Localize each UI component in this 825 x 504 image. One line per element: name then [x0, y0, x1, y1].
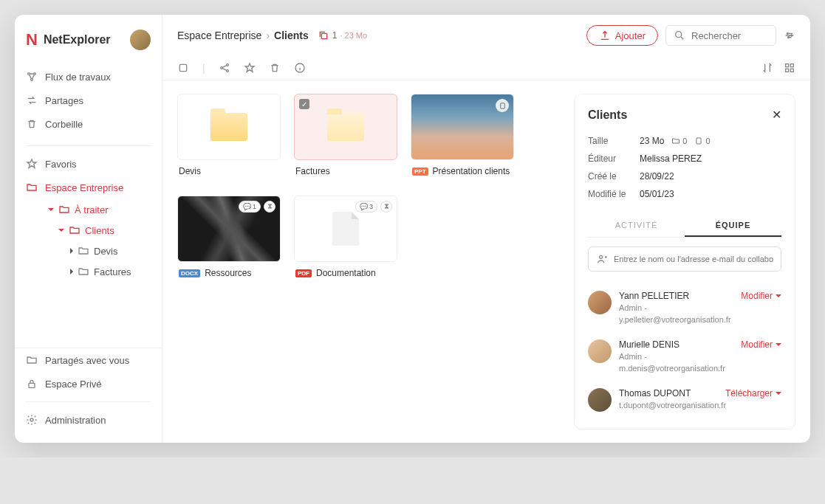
thumbnail: 💬 1 ⧗	[177, 196, 281, 262]
file-tag: PDF	[295, 269, 312, 277]
gear-icon	[26, 414, 38, 426]
team-member: Yann PELLETIER Admin - y.pelletier@votre…	[588, 283, 781, 332]
member-action[interactable]: Modifier	[741, 339, 781, 350]
sort-icon[interactable]	[761, 62, 773, 74]
folder-icon	[78, 245, 89, 257]
share-icon[interactable]	[219, 62, 230, 74]
nav-favorites[interactable]: Favoris	[15, 152, 162, 176]
add-button[interactable]: Ajouter	[586, 25, 658, 46]
search-input[interactable]	[691, 30, 768, 41]
file-card-documentation[interactable]: 💬 3 ⧗ PDF Documentation	[294, 196, 397, 284]
checkbox-checked-icon[interactable]	[299, 99, 309, 109]
nav-workflow[interactable]: Flux de travaux	[15, 65, 162, 89]
svg-point-6	[676, 32, 682, 38]
nav-private-space[interactable]: Espace Privé	[15, 372, 162, 396]
chevron-right-icon: ›	[266, 30, 270, 41]
svg-point-4	[30, 418, 33, 421]
svg-point-0	[28, 73, 30, 75]
caret-icon	[70, 248, 73, 254]
nav-administration[interactable]: Administration	[15, 408, 162, 432]
nav-trash[interactable]: Corbeille	[15, 112, 162, 136]
meta-modified: Modifié le 05/01/23	[588, 185, 781, 203]
badge-group: 💬 1 ⧗	[239, 201, 275, 213]
member-info: Murielle DENIS Admin - m.denis@votreorga…	[619, 339, 733, 373]
copy-icon	[318, 30, 329, 41]
team-member: Murielle DENIS Admin - m.denis@votreorga…	[588, 332, 781, 381]
folder-card-devis[interactable]: Devis	[177, 94, 281, 182]
filter-icon[interactable]	[784, 30, 795, 41]
thumbnail	[411, 94, 514, 160]
close-icon[interactable]: ✕	[772, 108, 781, 122]
tree-clients[interactable]: Clients	[26, 220, 162, 241]
svg-point-11	[220, 67, 222, 69]
select-all-icon[interactable]	[177, 62, 189, 74]
details-header: Clients ✕	[588, 108, 781, 122]
thumbnail	[177, 94, 281, 160]
badge-group: 💬 3 ⧗	[355, 201, 392, 213]
nav-workflow-label: Flux de travaux	[45, 72, 111, 83]
folder-card-factures[interactable]: Factures	[294, 94, 397, 182]
nav-workspace[interactable]: Espace Entreprise	[15, 176, 162, 199]
breadcrumb-root[interactable]: Espace Entreprise	[177, 30, 261, 41]
member-action[interactable]: Télécharger	[725, 388, 781, 398]
svg-point-1	[34, 73, 36, 75]
file-tag: PPT	[412, 168, 428, 176]
delete-icon[interactable]	[269, 62, 281, 74]
svg-rect-10	[179, 64, 186, 71]
collaborator-input[interactable]	[614, 255, 773, 263]
thumbnail	[294, 94, 397, 160]
main: Espace Entreprise › Clients 1 · 23 Mo Aj…	[162, 15, 810, 443]
search-box[interactable]	[665, 25, 776, 46]
svg-point-2	[31, 79, 33, 81]
label: Administration	[45, 415, 106, 426]
file-card-ressources[interactable]: 💬 1 ⧗ DOCX Ressources	[177, 196, 281, 284]
file-grid-container: Devis Factures PPT	[162, 80, 574, 443]
nav-shared-with-you[interactable]: Partagés avec vous	[15, 348, 162, 372]
chevron-down-icon	[776, 343, 781, 346]
chevron-down-icon	[776, 392, 781, 395]
grid-view-icon[interactable]	[784, 62, 795, 74]
svg-point-7	[787, 32, 788, 34]
svg-point-8	[791, 35, 793, 36]
hourglass-icon: ⧗	[380, 201, 392, 213]
member-info: Thomas DUPONT t.dupont@votreorganisation…	[619, 388, 718, 410]
file-grid: Devis Factures PPT	[177, 94, 559, 284]
app-window: N NetExplorer Flux de travaux Partages C…	[15, 15, 810, 443]
svg-rect-5	[321, 33, 326, 38]
svg-point-12	[226, 64, 228, 66]
caret-icon	[70, 269, 73, 275]
nav-shares[interactable]: Partages	[15, 89, 162, 112]
folder-icon	[78, 266, 89, 277]
star-icon[interactable]	[244, 62, 256, 74]
info-icon[interactable]	[294, 62, 306, 74]
tab-activity[interactable]: ACTIVITÉ	[588, 215, 685, 237]
user-avatar[interactable]	[130, 30, 151, 50]
tree-a-traiter[interactable]: À traiter	[26, 199, 162, 220]
tree-factures[interactable]: Factures	[26, 261, 162, 282]
content: Devis Factures PPT	[162, 80, 810, 443]
folder-icon	[26, 182, 38, 193]
chevron-down-icon	[776, 294, 781, 297]
svg-rect-19	[500, 103, 504, 108]
svg-rect-17	[786, 69, 789, 72]
add-collaborator[interactable]	[588, 246, 781, 272]
nav-workspace-label: Espace Entreprise	[45, 182, 123, 193]
member-avatar	[588, 339, 612, 363]
card-label: Factures	[294, 160, 397, 182]
member-info: Yann PELLETIER Admin - y.pelletier@votre…	[619, 291, 733, 325]
tree-label: Clients	[85, 225, 114, 236]
tree-devis[interactable]: Devis	[26, 241, 162, 261]
logo-text: NetExplorer	[44, 33, 111, 46]
toolbar-right	[761, 62, 795, 74]
shares-icon	[26, 94, 38, 106]
svg-rect-3	[29, 383, 35, 387]
label: Partagés avec vous	[45, 355, 129, 366]
file-count: 0	[694, 137, 710, 145]
tab-team[interactable]: ÉQUIPE	[685, 215, 781, 237]
member-action[interactable]: Modifier	[741, 291, 781, 301]
file-card-presentation[interactable]: PPT Présentation clients	[411, 94, 514, 182]
sidebar: N NetExplorer Flux de travaux Partages C…	[15, 15, 162, 443]
nav-favorites-label: Favoris	[45, 159, 77, 170]
tree-label: Devis	[94, 246, 118, 257]
folder-icon	[327, 113, 364, 141]
